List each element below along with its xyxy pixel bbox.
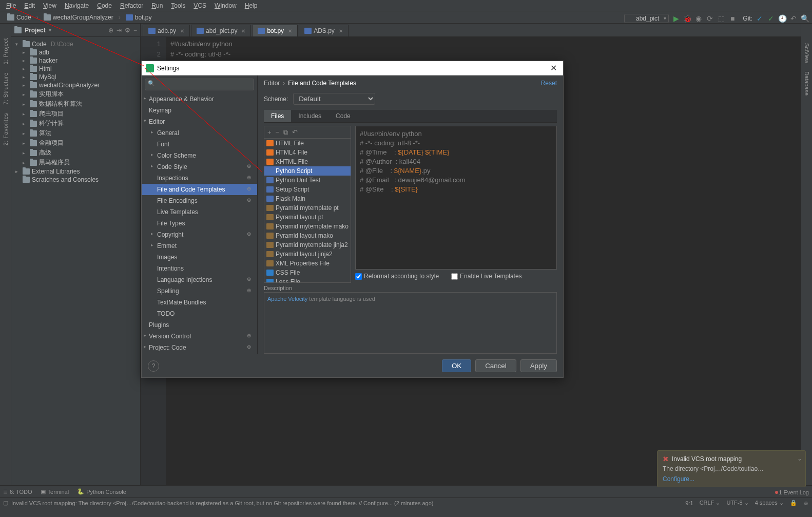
git-history-icon[interactable]: 🕘 bbox=[778, 14, 786, 23]
category-item[interactable]: TODO bbox=[142, 308, 257, 319]
category-item[interactable]: Spelling⊕ bbox=[142, 285, 257, 297]
remove-icon[interactable]: − bbox=[276, 128, 280, 136]
editor-tab[interactable]: bot.py✕ bbox=[252, 25, 298, 36]
category-item[interactable]: Intentions bbox=[142, 263, 257, 274]
template-item[interactable]: Pyramid layout jinja2 bbox=[264, 250, 351, 259]
tree-node[interactable]: ▾CodeD:\Code bbox=[11, 40, 140, 48]
menu-vcs[interactable]: VCS bbox=[190, 1, 209, 10]
menu-edit[interactable]: Edit bbox=[21, 1, 38, 10]
gear-icon[interactable]: ⚙ bbox=[125, 27, 130, 34]
breadcrumb-file[interactable]: bot.py bbox=[123, 13, 155, 22]
tree-node[interactable]: ▸金融项目 bbox=[11, 138, 140, 148]
template-item[interactable]: Python Unit Test bbox=[264, 176, 351, 185]
menu-file[interactable]: File bbox=[3, 1, 19, 10]
template-item[interactable]: Flask Main bbox=[264, 194, 351, 203]
template-item[interactable]: Setup Script bbox=[264, 185, 351, 194]
tree-node[interactable]: ▸MySql bbox=[11, 73, 140, 81]
tree-node[interactable]: ▸高级 bbox=[11, 148, 140, 158]
template-item[interactable]: Pyramid mytemplate pt bbox=[264, 203, 351, 213]
tree-node[interactable]: ▸wechatGroupAnalyzer bbox=[11, 81, 140, 89]
close-tab-icon[interactable]: ✕ bbox=[288, 28, 292, 34]
tree-node[interactable]: ▸算法 bbox=[11, 128, 140, 138]
tree-node[interactable]: ▸数据结构和算法 bbox=[11, 99, 140, 109]
tree-node[interactable]: ▸External Libraries bbox=[11, 167, 140, 176]
status-eol[interactable]: CRLF ⌄ bbox=[700, 500, 721, 506]
gutter-tab[interactable]: 1: Project bbox=[2, 34, 10, 68]
template-item[interactable]: Pyramid layout pt bbox=[264, 213, 351, 222]
scheme-select[interactable]: Default bbox=[293, 93, 375, 105]
category-item[interactable]: Code Style⊕ bbox=[142, 161, 257, 173]
template-item[interactable]: XML Properties File bbox=[264, 259, 351, 268]
status-inspect-icon[interactable]: ☺ bbox=[803, 500, 809, 506]
category-item[interactable]: Copyright⊕ bbox=[142, 229, 257, 240]
template-tab[interactable]: Code bbox=[328, 110, 358, 122]
category-item[interactable]: File Encodings⊕ bbox=[142, 195, 257, 206]
template-tab[interactable]: Files bbox=[264, 110, 291, 122]
status-position[interactable]: 9:1 bbox=[685, 500, 693, 506]
status-lock-icon[interactable]: 🔒 bbox=[790, 500, 797, 506]
git-revert-icon[interactable]: ↶ bbox=[789, 14, 798, 23]
template-item[interactable]: HTML File bbox=[264, 139, 351, 148]
tree-node[interactable]: ▸黑马程序员 bbox=[11, 158, 140, 167]
git-commit-icon[interactable]: ✓ bbox=[767, 14, 775, 23]
settings-search-input[interactable] bbox=[145, 79, 254, 90]
apply-button[interactable]: Apply bbox=[520, 359, 557, 372]
category-item[interactable]: Appearance & Behavior bbox=[142, 93, 257, 105]
tree-node[interactable]: ▸爬虫项目 bbox=[11, 109, 140, 119]
crumb-editor[interactable]: Editor bbox=[264, 80, 280, 87]
template-item[interactable]: CSS File bbox=[264, 268, 351, 277]
template-item[interactable]: Pyramid mytemplate mako bbox=[264, 222, 351, 231]
template-tab[interactable]: Includes bbox=[291, 110, 328, 122]
category-item[interactable]: Font bbox=[142, 139, 257, 150]
category-item[interactable]: File and Code Templates⊕ bbox=[142, 184, 257, 195]
dropdown-icon[interactable]: ▾ bbox=[49, 27, 51, 33]
run-icon[interactable]: ▶ bbox=[672, 14, 680, 23]
reformat-checkbox[interactable]: Reformat according to style bbox=[355, 273, 439, 280]
coverage-icon[interactable]: ◉ bbox=[694, 14, 703, 23]
project-tree[interactable]: ▾CodeD:\Code▸adb▸hacker▸Html▸MySql▸wecha… bbox=[11, 37, 140, 187]
breadcrumb-folder[interactable]: wechatGroupAnalyzer bbox=[41, 13, 117, 22]
template-item[interactable]: Less File bbox=[264, 277, 351, 282]
gutter-tab[interactable]: SciView bbox=[803, 39, 811, 67]
template-item[interactable]: HTML4 File bbox=[264, 148, 351, 157]
tool-python-console[interactable]: 🐍 Python Console bbox=[77, 488, 126, 495]
template-item[interactable]: Pyramid layout mako bbox=[264, 231, 351, 240]
gutter-tab[interactable]: Database bbox=[803, 67, 811, 100]
editor-tab[interactable]: ADS.py✕ bbox=[299, 25, 349, 36]
revert-icon[interactable]: ↶ bbox=[292, 128, 298, 136]
close-tab-icon[interactable]: ✕ bbox=[339, 28, 343, 34]
tree-node[interactable]: ▸实用脚本 bbox=[11, 89, 140, 99]
breadcrumb-project[interactable]: Code bbox=[4, 13, 34, 22]
close-tab-icon[interactable]: ✕ bbox=[180, 28, 184, 34]
category-list[interactable]: Appearance & BehaviorKeymapEditorGeneral… bbox=[142, 93, 257, 354]
menu-run[interactable]: Run bbox=[148, 1, 166, 10]
status-encoding[interactable]: UTF-8 ⌄ bbox=[726, 500, 748, 506]
git-update-icon[interactable]: ✓ bbox=[756, 14, 764, 23]
menu-code[interactable]: Code bbox=[94, 1, 115, 10]
category-item[interactable]: Build, Execution, Deployment bbox=[142, 353, 257, 354]
category-item[interactable]: File Types bbox=[142, 218, 257, 229]
live-templates-checkbox[interactable]: Enable Live Templates bbox=[451, 273, 522, 280]
copy-icon[interactable]: ⧉ bbox=[283, 128, 288, 137]
help-icon[interactable]: ? bbox=[148, 360, 159, 372]
template-editor[interactable]: #!/usr/bin/env python # -*- coding: utf-… bbox=[355, 126, 557, 270]
tree-node[interactable]: ▸Html bbox=[11, 65, 140, 73]
run-config-selector[interactable]: abd_pict bbox=[624, 14, 669, 23]
add-icon[interactable]: + bbox=[267, 128, 272, 136]
tree-node[interactable]: ▸adb bbox=[11, 48, 140, 56]
stop-icon[interactable]: ■ bbox=[728, 14, 737, 23]
menu-tools[interactable]: Tools bbox=[168, 1, 188, 10]
menu-help[interactable]: Help bbox=[242, 1, 261, 10]
category-item[interactable]: Language Injections⊕ bbox=[142, 274, 257, 285]
category-item[interactable]: Plugins bbox=[142, 319, 257, 331]
template-item[interactable]: Python Script bbox=[264, 166, 351, 176]
category-item[interactable]: Images bbox=[142, 252, 257, 263]
menu-navigate[interactable]: Navigate bbox=[62, 1, 92, 10]
gutter-tab[interactable]: 7: Structure bbox=[2, 68, 10, 109]
status-indent[interactable]: 4 spaces ⌄ bbox=[755, 500, 784, 506]
category-item[interactable]: Color Scheme bbox=[142, 150, 257, 161]
event-log[interactable]: ●1 Event Log bbox=[775, 488, 809, 496]
close-tab-icon[interactable]: ✕ bbox=[241, 28, 245, 34]
menu-view[interactable]: View bbox=[40, 1, 60, 10]
menu-refactor[interactable]: Refactor bbox=[117, 1, 146, 10]
